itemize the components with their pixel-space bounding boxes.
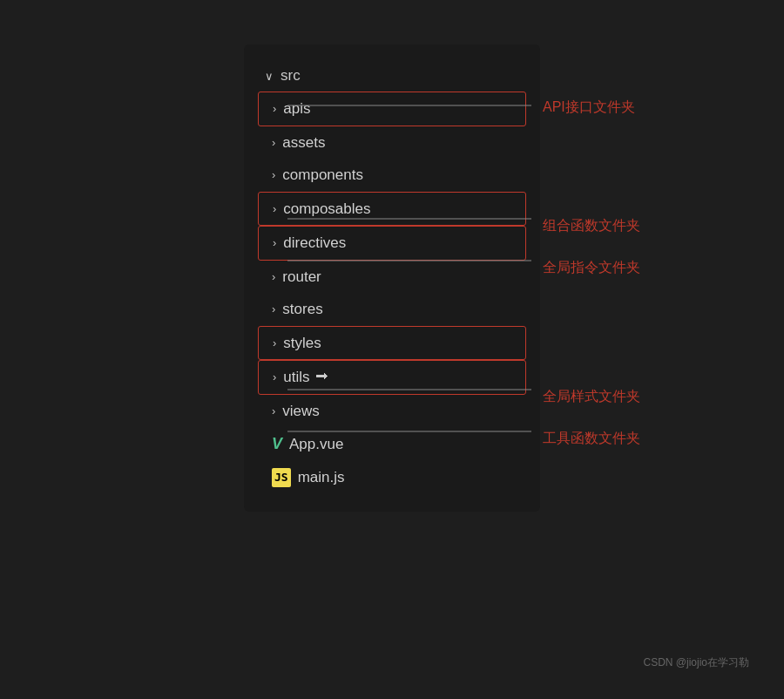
tree-root-src[interactable]: ∨ src bbox=[258, 62, 526, 90]
main-container: ∨ src › apis › assets › components › com… bbox=[17, 18, 767, 681]
chevron-icon: › bbox=[273, 369, 276, 386]
chevron-icon: › bbox=[272, 166, 275, 184]
chevron-icon: › bbox=[272, 301, 275, 318]
chevron-icon: ∨ bbox=[265, 70, 274, 83]
annotation-directives: 全局指令文件夹 bbox=[536, 259, 640, 277]
annotation-text-utils: 工具函数文件夹 bbox=[543, 431, 640, 445]
annotation-text-apis: API接口文件夹 bbox=[543, 99, 635, 114]
cursor-icon: ⮕ bbox=[315, 367, 329, 388]
annotation-utils: 工具函数文件夹 bbox=[536, 430, 640, 448]
chevron-icon: › bbox=[272, 134, 275, 152]
tree-item-directives[interactable]: › directives bbox=[258, 226, 526, 261]
tree-item-label: directives bbox=[283, 232, 346, 254]
js-icon: JS bbox=[272, 468, 291, 487]
tree-root-label: src bbox=[280, 67, 301, 85]
tree-item-label: styles bbox=[283, 332, 321, 355]
tree-item-styles[interactable]: › styles bbox=[258, 326, 526, 361]
tree-item-label: composables bbox=[283, 198, 370, 221]
watermark: CSDN @jiojio在学习勒 bbox=[643, 655, 749, 670]
tree-item-label: apis bbox=[283, 98, 310, 120]
vue-icon: V bbox=[272, 432, 282, 456]
chevron-icon: › bbox=[273, 234, 276, 252]
tree-item-utils[interactable]: › utils ⮕ bbox=[258, 360, 526, 395]
tree-item-app-vue[interactable]: V App.vue bbox=[258, 427, 526, 461]
tree-item-label: main.js bbox=[298, 466, 345, 489]
chevron-icon: › bbox=[273, 335, 276, 352]
chevron-icon: › bbox=[273, 100, 276, 118]
tree-item-stores[interactable]: › stores bbox=[258, 293, 526, 326]
file-tree-panel: ∨ src › apis › assets › components › com… bbox=[244, 44, 540, 512]
tree-item-label: stores bbox=[282, 298, 322, 321]
tree-item-label: utils bbox=[283, 366, 309, 389]
tree-item-composables[interactable]: › composables bbox=[258, 192, 526, 227]
chevron-icon: › bbox=[273, 200, 276, 218]
tree-item-label: views bbox=[282, 400, 320, 423]
tree-item-label: App.vue bbox=[289, 433, 343, 456]
tree-item-components[interactable]: › components bbox=[258, 159, 526, 192]
annotation-apis: API接口文件夹 bbox=[536, 98, 635, 117]
annotation-text-styles: 全局样式文件夹 bbox=[543, 389, 640, 404]
tree-item-router[interactable]: › router bbox=[258, 261, 526, 294]
chevron-icon: › bbox=[272, 268, 275, 286]
chevron-icon: › bbox=[272, 403, 275, 420]
tree-item-apis[interactable]: › apis bbox=[258, 92, 526, 126]
tree-item-label: assets bbox=[282, 132, 325, 154]
annotation-styles: 全局样式文件夹 bbox=[536, 388, 640, 406]
annotation-text-directives: 全局指令文件夹 bbox=[543, 260, 640, 275]
tree-item-views[interactable]: › views bbox=[258, 395, 526, 428]
tree-item-main-js[interactable]: JS main.js bbox=[258, 461, 526, 494]
tree-item-assets[interactable]: › assets bbox=[258, 126, 526, 159]
tree-item-label: components bbox=[282, 164, 363, 187]
annotation-text-composables: 组合函数文件夹 bbox=[543, 218, 640, 233]
annotation-composables: 组合函数文件夹 bbox=[536, 217, 640, 235]
tree-item-label: router bbox=[282, 266, 321, 288]
